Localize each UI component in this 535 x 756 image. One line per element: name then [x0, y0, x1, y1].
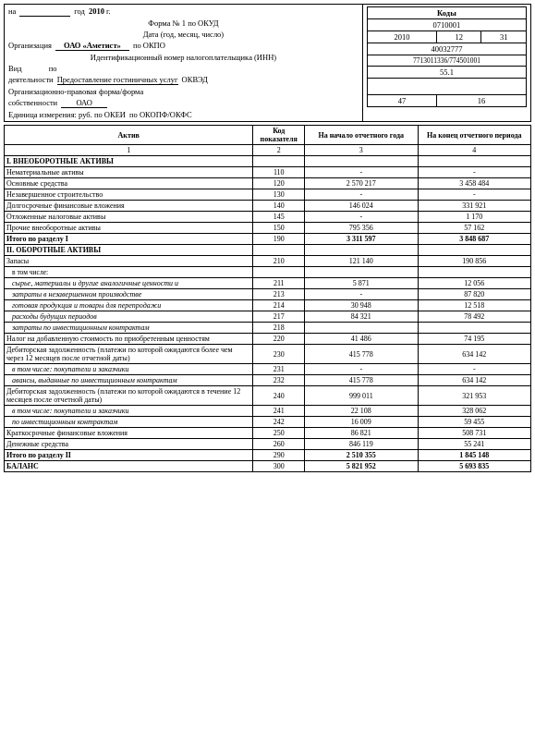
row-kon: 190 856	[418, 256, 530, 267]
row-nach: 2 510 355	[305, 450, 418, 461]
row-name: БАЛАНС	[5, 461, 253, 472]
table-row: Дебиторская задолженность (платежи по ко…	[5, 386, 531, 406]
row-kon: 1 845 148	[418, 450, 530, 461]
row-nach: 415 778	[305, 345, 418, 364]
row-name: I. ВНЕОБОРОТНЫЕ АКТИВЫ	[5, 156, 253, 167]
row-kod: 242	[253, 417, 305, 428]
row-kon: 12 518	[418, 300, 530, 311]
row-kon	[418, 156, 530, 167]
row-nach: 86 821	[305, 428, 418, 439]
table-row: Отложенные налоговые активы145-1 170	[5, 212, 531, 223]
god-label: год	[74, 6, 85, 16]
row-nach: 5 821 952	[305, 461, 418, 472]
table-row: сырье, материалы и другие аналогичные це…	[5, 278, 531, 289]
row-name: Прочие внеоборотные активы	[5, 223, 253, 234]
table-row: Основные средства1202 570 2173 458 484	[5, 178, 531, 189]
table-row: Итого по разделу II2902 510 3551 845 148	[5, 450, 531, 461]
table-row: Нематериальные активы110--	[5, 167, 531, 178]
row-kod: 150	[253, 223, 305, 234]
row-nach: -	[305, 212, 418, 223]
row-nach: 846 119	[305, 439, 418, 450]
col-aktiv-header: Актив	[5, 126, 253, 145]
row-kod: 241	[253, 406, 305, 417]
row-nach: -	[305, 364, 418, 375]
table-row: затраты в незавершенном производстве213-…	[5, 289, 531, 300]
row-kon: 508 731	[418, 428, 530, 439]
row-nach	[305, 156, 418, 167]
row-name: II. ОБОРОТНЫЕ АКТИВЫ	[5, 245, 253, 256]
row-nach: 999 011	[305, 386, 418, 406]
table-row: расходы будущих периодов21784 32178 492	[5, 311, 531, 323]
col-num3: 3	[305, 145, 418, 156]
row-name: сырье, материалы и другие аналогичные це…	[5, 278, 253, 289]
row-nach	[305, 267, 418, 278]
row-name: Итого по разделу I	[5, 234, 253, 245]
row-name: Дебиторская задолженность (платежи по ко…	[5, 386, 253, 406]
table-row: в том числе: покупатели и заказчики231--	[5, 364, 531, 375]
okved-label: ОКВЭД	[182, 75, 208, 84]
row-kod: 230	[253, 345, 305, 364]
row-kod: 110	[253, 167, 305, 178]
row-name: Долгосрочные финансовые вложения	[5, 201, 253, 212]
row-name: затраты по инвестиционным контрактам	[5, 323, 253, 334]
table-row: Прочие внеоборотные активы150795 35657 1…	[5, 223, 531, 234]
row-nach	[305, 245, 418, 256]
po-okpo-label: по ОКПО	[133, 41, 165, 50]
row-nach: 121 140	[305, 256, 418, 267]
row-name: Краткосрочные финансовые вложения	[5, 428, 253, 439]
po-label: по	[49, 64, 57, 73]
row-kod: 120	[253, 178, 305, 189]
row-nach: 2 570 217	[305, 178, 418, 189]
row-nach: 30 948	[305, 300, 418, 311]
header-left: на год 2010 г. Форма № 1 по ОКУД Дата (г…	[5, 5, 362, 121]
deyatelnosti-label: деятельности	[8, 75, 54, 84]
row-name: Дебиторская задолженность (платежи по ко…	[5, 345, 253, 364]
row-kon: 3 848 687	[418, 234, 530, 245]
table-row: по инвестиционным контрактам24216 00959 …	[5, 417, 531, 428]
sobstvennosti-label: собственности	[8, 98, 57, 107]
row-kon: 74 195	[418, 334, 530, 345]
row-nach: 415 778	[305, 375, 418, 386]
row-kon: 634 142	[418, 345, 530, 364]
oao-value: ОАО	[61, 98, 107, 108]
year-value: 2010	[89, 6, 104, 16]
row-name: Итого по разделу II	[5, 450, 253, 461]
table-row: Денежные средства260846 11955 241	[5, 439, 531, 450]
row-name: авансы, выданные по инвестиционным контр…	[5, 375, 253, 386]
day-code: 31	[481, 31, 527, 43]
row-name: в том числе:	[5, 267, 253, 278]
row-kon: 78 492	[418, 311, 530, 323]
table-row: Незавершенное строительство130--	[5, 189, 531, 201]
row-nach: 146 024	[305, 201, 418, 212]
row-kon: -	[418, 189, 530, 201]
data-label: Дата (год, месяц, число)	[143, 30, 225, 39]
row-kod: 190	[253, 234, 305, 245]
row-name: Денежные средства	[5, 439, 253, 450]
row-kod: 220	[253, 334, 305, 345]
row-nach: 84 321	[305, 311, 418, 323]
row-kon: 87 820	[418, 289, 530, 300]
col-nach-header: На начало отчетного года	[305, 126, 418, 145]
org-label: Организация	[8, 41, 52, 50]
table-row: готовая продукция и товары для перепрода…	[5, 300, 531, 311]
row-kod: 210	[253, 256, 305, 267]
balance-table: Актив Код показателя На начало отчетного…	[4, 125, 531, 472]
row-kon: 3 458 484	[418, 178, 530, 189]
row-kon: 57 162	[418, 223, 530, 234]
row-name: Запасы	[5, 256, 253, 267]
row-name: по инвестиционным контрактам	[5, 417, 253, 428]
row-kod	[253, 267, 305, 278]
month-code: 12	[436, 31, 480, 43]
header-section: на год 2010 г. Форма № 1 по ОКУД Дата (г…	[4, 4, 531, 122]
org-prav-label: Организационно-правовая форма/форма	[8, 87, 143, 96]
col-kon-header: На конец отчетного периода	[418, 126, 530, 145]
table-row: II. ОБОРОТНЫЕ АКТИВЫ	[5, 245, 531, 256]
row-kod: 214	[253, 300, 305, 311]
row-kod: 211	[253, 278, 305, 289]
row-nach	[305, 323, 418, 334]
edinitsa-label: Единица измерения: руб. по ОКЕИ	[8, 110, 126, 119]
row-kon: 634 142	[418, 375, 530, 386]
inn-label: Идентификационный номер налогоплательщик…	[91, 53, 276, 62]
row-nach: 3 311 597	[305, 234, 418, 245]
row-kod: 218	[253, 323, 305, 334]
